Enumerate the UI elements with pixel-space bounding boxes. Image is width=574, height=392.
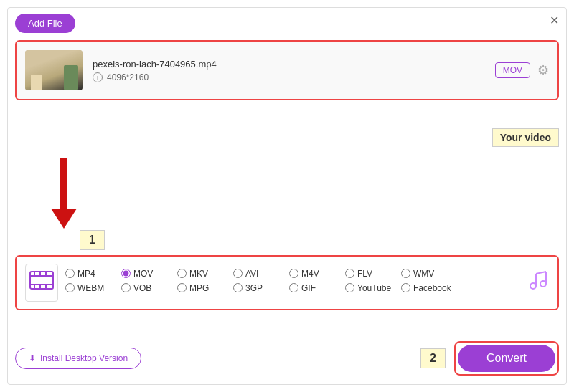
format-option-avi[interactable]: AVI <box>233 269 283 279</box>
convert-button[interactable]: Convert <box>458 345 555 372</box>
add-file-button[interactable]: Add File <box>15 14 75 33</box>
format-option-gif[interactable]: GIF <box>289 283 339 293</box>
close-button[interactable]: ✕ <box>550 14 559 27</box>
download-icon: ⬇ <box>29 353 36 363</box>
svg-rect-0 <box>30 272 53 289</box>
info-icon: i <box>93 72 103 82</box>
film-icon <box>25 264 58 302</box>
install-label: Install Desktop Version <box>40 353 128 363</box>
file-name: pexels-ron-lach-7404965.mp4 <box>93 59 485 70</box>
thumb-plant-decoration <box>64 65 78 90</box>
file-area: pexels-ron-lach-7404965.mp4 i 4096*2160 … <box>15 40 559 100</box>
arrow-down-container <box>51 158 77 229</box>
format-option-webm[interactable]: WEBM <box>65 283 116 293</box>
file-resolution: 4096*2160 <box>107 72 149 82</box>
convert-btn-wrapper: Convert <box>454 341 559 376</box>
format-option-vob[interactable]: VOB <box>121 283 171 293</box>
format-option-youtube[interactable]: YouTube <box>345 283 395 293</box>
svg-point-9 <box>530 283 536 289</box>
your-video-label: Your video <box>492 128 559 147</box>
svg-line-13 <box>536 272 546 274</box>
app-window: ✕ Add File pexels-ron-lach-7404965.mp4 i… <box>7 7 567 385</box>
arrow-head <box>51 209 77 229</box>
format-option-facebook[interactable]: Facebook <box>401 283 451 293</box>
thumb-vase-decoration <box>31 75 42 90</box>
format-option-mp4[interactable]: MP4 <box>65 269 116 279</box>
format-option-m4v[interactable]: M4V <box>289 269 339 279</box>
step2-label: 2 <box>420 348 446 368</box>
music-icon <box>527 269 549 296</box>
file-meta: i 4096*2160 <box>93 72 485 82</box>
formats-row-2: WEBM VOB MPG 3GP GIF YouTube <box>65 283 520 293</box>
formats-row-1: MP4 MOV MKV AVI M4V FLV WM <box>65 269 520 279</box>
format-option-mkv[interactable]: MKV <box>177 269 227 279</box>
thumbnail-image <box>25 50 83 90</box>
step1-label: 1 <box>80 230 105 250</box>
file-thumbnail <box>25 50 83 90</box>
file-actions: MOV ⚙ <box>495 62 549 78</box>
arrow-shaft <box>60 158 67 209</box>
format-option-mov[interactable]: MOV <box>121 269 171 279</box>
formats-grid: MP4 MOV MKV AVI M4V FLV WM <box>65 269 520 297</box>
bottom-bar: ⬇ Install Desktop Version 2 Convert <box>15 341 559 376</box>
file-info: pexels-ron-lach-7404965.mp4 i 4096*2160 <box>93 59 485 82</box>
format-option-3gp[interactable]: 3GP <box>233 283 283 293</box>
format-badge[interactable]: MOV <box>495 62 530 78</box>
bottom-right: 2 Convert <box>420 341 559 376</box>
format-option-flv[interactable]: FLV <box>345 269 395 279</box>
install-button[interactable]: ⬇ Install Desktop Version <box>15 348 141 369</box>
svg-point-10 <box>540 281 546 287</box>
format-option-wmv[interactable]: WMV <box>401 269 451 279</box>
settings-icon[interactable]: ⚙ <box>537 62 549 78</box>
format-select-area: MP4 MOV MKV AVI M4V FLV WM <box>15 255 559 310</box>
format-option-mpg[interactable]: MPG <box>177 283 227 293</box>
